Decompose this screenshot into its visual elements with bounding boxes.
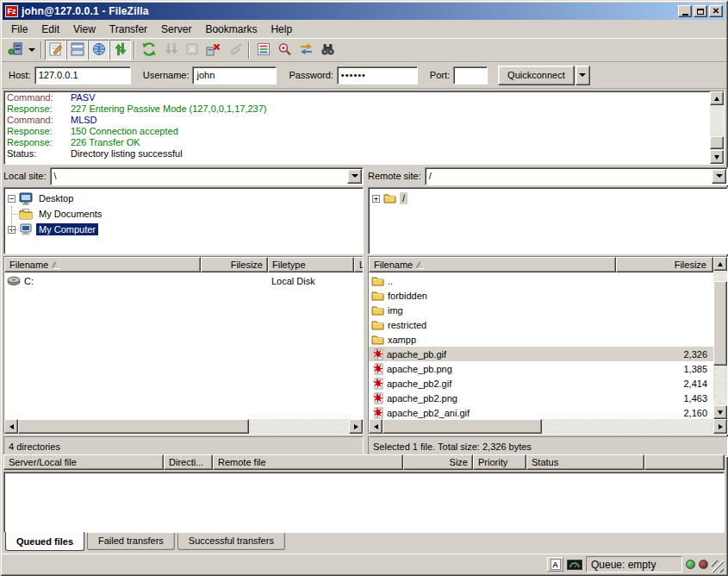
remote-site-value: / — [426, 171, 712, 181]
column-header-server-local-file[interactable]: Server/Local file — [3, 454, 164, 470]
remote-row-file[interactable]: apache_pb2_ani.gif 2,160 — [369, 405, 713, 419]
tab-queued-files[interactable]: Queued files — [5, 532, 84, 551]
toggle-local-tree-button[interactable] — [66, 40, 88, 60]
scroll-right-button[interactable] — [349, 419, 363, 434]
remote-row-parent-dir[interactable]: .. — [369, 273, 713, 288]
column-header-direction[interactable]: Directi... — [164, 454, 213, 470]
local-site-dropdown-button[interactable] — [347, 169, 362, 184]
synchronized-browsing-button[interactable] — [296, 40, 317, 60]
site-manager-dropdown-button[interactable] — [26, 40, 38, 60]
sort-ascending-icon — [53, 262, 59, 268]
transfer-type-indicator[interactable]: A — [547, 557, 563, 572]
password-input[interactable]: •••••• — [337, 66, 418, 85]
my-documents-icon — [19, 209, 33, 220]
remote-row-file[interactable]: apache_pb.png 1,385 — [369, 361, 713, 376]
column-header-filename[interactable]: Filename — [4, 257, 201, 272]
column-header-filesize[interactable]: Filesize — [201, 257, 268, 272]
expand-icon[interactable]: + — [372, 195, 380, 203]
quickconnect-dropdown-button[interactable] — [576, 66, 590, 85]
menu-edit[interactable]: Edit — [34, 22, 66, 37]
scroll-up-button[interactable] — [710, 91, 724, 105]
remote-row-folder[interactable]: restricted — [369, 317, 713, 332]
remote-row-folder[interactable]: forbidden — [369, 288, 713, 303]
tab-successful-transfers[interactable]: Successful transfers — [177, 533, 285, 550]
speed-limit-icon[interactable] — [567, 560, 582, 570]
menu-help[interactable]: Help — [264, 22, 299, 37]
scroll-down-button[interactable] — [710, 150, 724, 164]
local-horizontal-scrollbar[interactable] — [4, 419, 363, 434]
folder-icon — [371, 320, 384, 330]
log-vertical-scrollbar[interactable] — [710, 91, 724, 164]
site-manager-button[interactable] — [4, 40, 26, 60]
process-queue-button[interactable] — [159, 40, 181, 60]
desktop-icon — [19, 192, 33, 205]
cancel-button[interactable] — [181, 40, 202, 60]
scrollbar-thumb[interactable] — [383, 419, 542, 434]
menu-server[interactable]: Server — [154, 22, 198, 37]
sort-ascending-icon — [417, 262, 424, 268]
menu-bookmarks[interactable]: Bookmarks — [198, 22, 264, 37]
menu-transfer[interactable]: Transfer — [103, 22, 154, 37]
scrollbar-thumb[interactable] — [713, 281, 727, 366]
remote-row-folder[interactable]: img — [369, 303, 713, 317]
disconnect-button[interactable] — [202, 40, 224, 60]
scrollbar-thumb[interactable] — [710, 136, 724, 149]
scroll-left-button[interactable] — [369, 419, 383, 434]
title-bar[interactable]: Fz john@127.0.0.1 - FileZilla ✕ — [3, 3, 725, 20]
queue-body[interactable] — [3, 472, 725, 533]
tab-failed-transfers[interactable]: Failed transfers — [87, 533, 175, 550]
column-header-priority[interactable]: Priority — [473, 454, 526, 470]
menu-view[interactable]: View — [66, 22, 103, 37]
column-header-filename[interactable]: Filename — [369, 257, 616, 272]
toolbar-separator — [134, 41, 135, 59]
tree-item-my-documents[interactable]: My Documents — [6, 206, 361, 222]
scrollbar-thumb[interactable] — [18, 419, 249, 434]
remote-horizontal-scrollbar[interactable] — [369, 419, 727, 434]
remote-row-file-selected[interactable]: apache_pb.gif 2,326 — [369, 347, 713, 361]
column-header-lastmodified[interactable]: L — [354, 257, 363, 272]
scroll-left-button[interactable] — [4, 419, 18, 434]
remote-site-dropdown-button[interactable] — [712, 169, 726, 184]
filter-button[interactable] — [252, 40, 274, 60]
quickconnect-button[interactable]: Quickconnect — [498, 66, 575, 85]
chevron-down-icon — [579, 73, 586, 77]
minimize-button[interactable] — [678, 5, 692, 17]
directory-comparison-button[interactable] — [274, 40, 296, 60]
scroll-right-button[interactable] — [713, 419, 727, 434]
local-site-combobox[interactable]: \ — [50, 167, 364, 185]
column-header-remote-file[interactable]: Remote file — [213, 454, 403, 470]
column-header-status[interactable]: Status — [526, 454, 644, 470]
remote-vertical-scrollbar[interactable] — [713, 257, 727, 419]
scroll-down-button[interactable] — [713, 405, 727, 419]
tree-item-root[interactable]: + / — [370, 191, 725, 206]
username-input[interactable]: john — [192, 66, 277, 85]
menu-file[interactable]: File — [4, 22, 34, 37]
column-header-size[interactable]: Size — [403, 454, 473, 470]
column-header-filesize[interactable]: Filesize — [616, 257, 713, 272]
remote-row-file[interactable]: apache_pb2.png 1,463 — [369, 391, 713, 405]
directory-comparison-icon — [277, 42, 292, 58]
maximize-button[interactable] — [694, 5, 707, 17]
remote-site-combobox[interactable]: / — [425, 167, 728, 185]
collapse-icon[interactable]: − — [8, 195, 16, 203]
local-tree-icon — [70, 41, 85, 59]
toggle-transfer-queue-button[interactable] — [109, 40, 131, 60]
remote-row-file[interactable]: apache_pb2.gif 2,414 — [369, 376, 713, 391]
toggle-remote-tree-button[interactable] — [88, 40, 109, 60]
local-file-row-c-drive[interactable]: C: Local Disk — [4, 273, 363, 288]
find-files-button[interactable] — [317, 40, 339, 60]
log-line: Response:227 Entering Passive Mode (127,… — [7, 103, 709, 115]
reconnect-button[interactable] — [224, 40, 246, 60]
log-line: Command:MLSD — [7, 115, 709, 126]
port-input[interactable] — [453, 66, 488, 85]
tree-item-desktop[interactable]: − Desktop — [6, 191, 361, 206]
tree-item-my-computer[interactable]: + My Computer — [6, 222, 361, 237]
column-header-filetype[interactable]: Filetype — [268, 257, 354, 272]
host-input[interactable]: 127.0.0.1 — [34, 66, 131, 85]
close-button[interactable]: ✕ — [709, 5, 723, 17]
resize-grip[interactable] — [712, 560, 724, 573]
scroll-up-button[interactable] — [713, 257, 727, 271]
refresh-button[interactable] — [138, 40, 159, 60]
remote-row-folder[interactable]: xampp — [369, 332, 713, 347]
toggle-message-log-button[interactable] — [45, 40, 66, 60]
